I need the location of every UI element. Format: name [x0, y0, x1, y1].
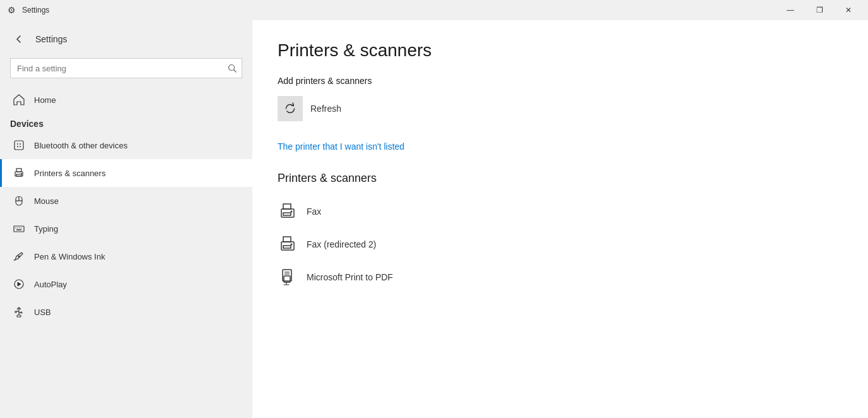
svg-point-4 [20, 143, 21, 145]
fax-icon [278, 201, 298, 222]
fax-redirected-icon [278, 234, 298, 254]
sidebar-item-mouse[interactable]: Mouse [0, 187, 252, 215]
sidebar-item-usb[interactable]: USB [0, 298, 252, 326]
search-icon [228, 64, 237, 73]
svg-rect-13 [14, 226, 24, 232]
printers-section-title: Printers & scanners [278, 172, 843, 185]
sidebar-home-label: Home [34, 95, 56, 105]
app-title: Settings [35, 34, 67, 44]
sidebar: Settings Home Devices [0, 20, 252, 418]
svg-rect-29 [283, 213, 291, 215]
mouse-icon [13, 194, 25, 207]
usb-icon [13, 306, 25, 318]
titlebar-title: Settings [22, 6, 49, 15]
app-container: Settings Home Devices [0, 20, 868, 418]
svg-point-19 [18, 256, 20, 258]
close-button[interactable]: ✕ [834, 0, 863, 20]
svg-rect-24 [15, 311, 16, 313]
printer-item-pdf[interactable]: Microsoft Print to PDF [278, 261, 843, 294]
refresh-icon [284, 102, 296, 115]
search-box [10, 58, 242, 78]
refresh-button[interactable]: Refresh [278, 96, 341, 121]
usb-label: USB [34, 308, 51, 317]
svg-line-1 [234, 70, 237, 73]
sidebar-item-typing[interactable]: Typing [0, 215, 252, 242]
sidebar-top: Settings [0, 20, 252, 53]
page-title: Printers & scanners [278, 40, 843, 61]
search-button[interactable] [222, 58, 242, 78]
mouse-label: Mouse [34, 196, 59, 206]
svg-point-5 [17, 146, 18, 147]
printer-pdf-name: Microsoft Print to PDF [307, 272, 393, 282]
titlebar: ⚙ Settings — ❐ ✕ [0, 0, 868, 20]
svg-rect-9 [16, 174, 21, 176]
sidebar-item-autoplay[interactable]: AutoPlay [0, 270, 252, 298]
svg-rect-33 [283, 246, 291, 248]
sidebar-item-printers[interactable]: Printers & scanners [0, 159, 252, 187]
sidebar-item-home[interactable]: Home [0, 86, 252, 114]
refresh-label: Refresh [310, 104, 341, 114]
svg-rect-8 [16, 169, 21, 172]
printers-label: Printers & scanners [34, 169, 105, 178]
keyboard-icon [13, 222, 25, 235]
svg-point-10 [21, 173, 22, 174]
back-button[interactable] [10, 30, 28, 48]
autoplay-icon [13, 278, 25, 290]
printer-fax-name: Fax [307, 206, 321, 217]
printer-item-fax-redirected[interactable]: Fax (redirected 2) [278, 228, 843, 261]
svg-rect-32 [283, 237, 291, 242]
svg-point-34 [291, 244, 293, 246]
sidebar-item-pen[interactable]: Pen & Windows Ink [0, 242, 252, 270]
svg-rect-22 [17, 315, 21, 317]
svg-rect-28 [283, 204, 291, 209]
pen-label: Pen & Windows Ink [34, 252, 105, 261]
minimize-button[interactable]: — [776, 0, 805, 20]
content-area: Printers & scanners Add printers & scann… [252, 20, 868, 418]
home-icon [13, 93, 25, 106]
printer-not-listed-link[interactable]: The printer that I want isn't listed [278, 141, 843, 152]
add-section-title: Add printers & scanners [278, 76, 843, 86]
svg-rect-2 [15, 141, 23, 150]
refresh-icon-box [278, 96, 303, 121]
pdf-printer-icon [278, 267, 298, 287]
pen-icon [13, 250, 25, 263]
printer-nav-icon [13, 167, 25, 179]
bluetooth-label: Bluetooth & other devices [34, 141, 127, 150]
printer-item-fax[interactable]: Fax [278, 195, 843, 228]
typing-label: Typing [34, 224, 58, 234]
svg-point-3 [17, 143, 18, 145]
svg-point-30 [291, 211, 293, 213]
restore-button[interactable]: ❐ [805, 0, 834, 20]
settings-app-icon: ⚙ [8, 5, 16, 15]
bluetooth-icon [13, 139, 25, 152]
svg-point-6 [20, 146, 21, 147]
search-input[interactable] [10, 58, 242, 78]
titlebar-controls: — ❐ ✕ [776, 0, 863, 20]
printer-fax-redirected-name: Fax (redirected 2) [307, 239, 376, 249]
titlebar-left: ⚙ Settings [8, 5, 49, 15]
autoplay-label: AutoPlay [34, 280, 67, 289]
sidebar-item-bluetooth[interactable]: Bluetooth & other devices [0, 131, 252, 159]
devices-section-label: Devices [0, 114, 252, 131]
back-icon [15, 35, 23, 43]
